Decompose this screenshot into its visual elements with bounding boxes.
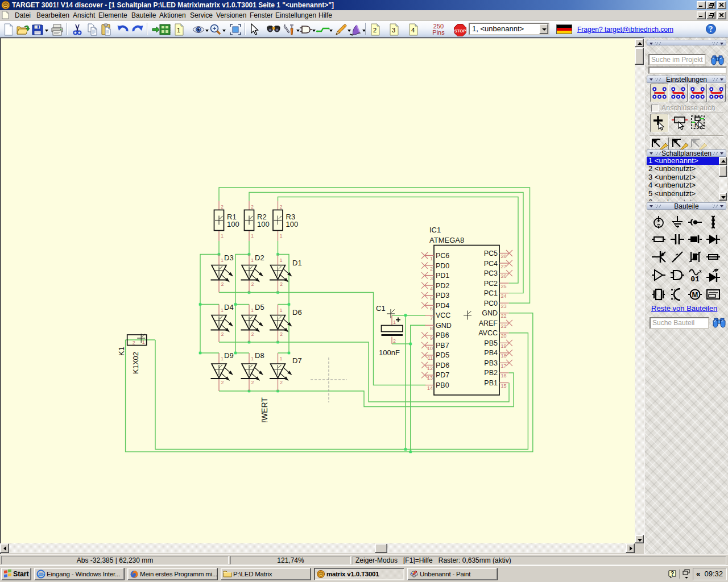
part-transformer-icon[interactable] xyxy=(706,215,721,230)
menu-elemente[interactable]: Elemente xyxy=(94,10,131,21)
part-ic-socket-icon[interactable] xyxy=(670,287,685,302)
collapse-arrow-icon[interactable] xyxy=(720,43,723,47)
part-signal-01-icon[interactable]: 01 xyxy=(688,268,702,282)
capacitor-plate1[interactable] xyxy=(382,326,403,332)
start-button[interactable]: Start xyxy=(1,568,31,580)
part-ground-icon[interactable] xyxy=(670,215,685,230)
wire[interactable] xyxy=(235,255,249,354)
vscroll-down-button[interactable] xyxy=(635,535,644,543)
toolbar-green-wire-button[interactable] xyxy=(315,23,329,36)
vertical-scrollbar[interactable] xyxy=(635,39,644,543)
routing-mode-3-button[interactable] xyxy=(688,84,707,102)
settings-panel-header[interactable]: Einstellungen xyxy=(647,76,726,83)
toolbar-page-4-button[interactable]: 4 xyxy=(407,23,420,36)
toolbar-cut-button[interactable] xyxy=(71,23,84,36)
page-list-item[interactable]: 4 <unbenutzt> xyxy=(647,181,719,190)
hscroll-thumb[interactable] xyxy=(375,543,387,553)
zoom-arrow-pencil-button[interactable] xyxy=(650,137,669,149)
toolbar-new-file-button[interactable] xyxy=(2,23,15,36)
page-list-item[interactable]: 5 <unbenutzt> xyxy=(647,190,719,198)
toolbar-pencil-button[interactable] xyxy=(333,23,347,36)
toolbar-eye-button[interactable] xyxy=(191,23,205,36)
connect-checkbox[interactable] xyxy=(651,105,659,112)
part-switch-icon[interactable] xyxy=(670,250,685,264)
collapse-arrow-icon[interactable] xyxy=(650,205,653,209)
search-project-input[interactable]: Suche im Projekt xyxy=(648,54,706,65)
select-mode-symbol-button[interactable] xyxy=(671,114,689,132)
toolbar-logic-gate-button[interactable] xyxy=(298,23,312,36)
vscroll-up-button[interactable] xyxy=(635,39,644,47)
pages-scroll-thumb[interactable] xyxy=(719,165,727,177)
vscroll-thumb[interactable] xyxy=(635,48,644,65)
toolbar-redo-button[interactable] xyxy=(130,23,144,36)
mdi-close-button[interactable] xyxy=(717,11,726,19)
select-mode-group-button[interactable]: K xyxy=(689,114,708,132)
close-button[interactable] xyxy=(717,1,726,9)
help-icon[interactable]: ? xyxy=(706,24,716,36)
combo-dropdown-button[interactable] xyxy=(539,24,548,34)
menu-versionen[interactable]: Versionen xyxy=(212,10,250,21)
toolbar-save-button[interactable] xyxy=(31,23,44,36)
wire[interactable] xyxy=(278,197,519,284)
support-mail-link[interactable]: Fragen? target@ibfriedrich.com xyxy=(577,26,673,34)
menu-datei[interactable]: Datei xyxy=(11,10,35,21)
taskbar-task-folder[interactable]: P:\LED Matrix xyxy=(221,568,311,580)
search-result-field[interactable] xyxy=(648,66,727,74)
routing-mode-2-button[interactable] xyxy=(669,84,688,102)
toolbar-print-button[interactable] xyxy=(50,23,64,36)
toolbar-open-folder-button[interactable] xyxy=(16,23,30,36)
wire[interactable] xyxy=(249,193,523,293)
tray-collapse-icon[interactable]: « xyxy=(696,568,700,580)
menu-einstellungen[interactable]: Einstellungen xyxy=(271,10,320,21)
part-buffer-icon[interactable] xyxy=(651,268,666,282)
toolbar-page-3-button[interactable]: 3 xyxy=(387,23,401,36)
part-fuse-icon[interactable] xyxy=(706,250,721,264)
toolbar-green-wire-dropdown[interactable] xyxy=(329,30,333,34)
part-motor-icon[interactable]: M xyxy=(688,287,702,302)
toolbar-to-pcb-button[interactable] xyxy=(151,23,165,36)
wire[interactable] xyxy=(126,313,533,452)
part-display-icon[interactable] xyxy=(706,287,721,302)
toolbar-zoom-dropdown[interactable] xyxy=(222,30,226,34)
wire[interactable] xyxy=(200,255,219,354)
taskbar-task-internet-explorer[interactable]: Eingang - Windows Inter... xyxy=(34,568,125,580)
part-plug-icon[interactable] xyxy=(688,215,702,230)
stop-icon[interactable]: STOP xyxy=(453,23,467,39)
part-polarized-capacitor-icon[interactable] xyxy=(688,232,702,247)
restore-button[interactable] xyxy=(706,1,715,9)
menu-hilfe[interactable]: Hilfe xyxy=(315,10,336,21)
toolbar-page-2-button[interactable]: 2 xyxy=(369,23,382,36)
mdi-minimize-button[interactable] xyxy=(697,11,706,19)
toolbar-save-dropdown[interactable] xyxy=(45,30,48,34)
pages-panel-header[interactable]: Schaltplanseiten xyxy=(647,149,726,157)
german-flag-icon[interactable] xyxy=(556,24,572,34)
pages-list-scrollbar[interactable] xyxy=(719,157,727,201)
collapse-arrow-icon[interactable] xyxy=(720,152,723,156)
collapse-arrow-icon[interactable] xyxy=(650,43,653,47)
page-list-item[interactable]: 2 <unbenutzt> xyxy=(647,165,719,173)
toolbar-cursor-button[interactable] xyxy=(247,23,261,36)
part-voltage-source-icon[interactable] xyxy=(651,215,666,230)
collapse-arrow-icon[interactable] xyxy=(650,78,653,82)
toolbar-tools-button[interactable] xyxy=(282,23,296,36)
toolbar-binoculars-button[interactable] xyxy=(266,23,279,36)
taskbar-task-paint[interactable]: Unbenannt - Paint xyxy=(407,568,498,580)
page-selector-combobox[interactable]: 1, <unbenannt> xyxy=(469,23,549,35)
routing-mode-1-button[interactable] xyxy=(650,84,669,102)
toolbar-zoom-button[interactable] xyxy=(208,23,222,36)
page-list-item[interactable]: 6 <unbenutzt> xyxy=(647,198,719,201)
part-and-gate-icon[interactable] xyxy=(670,268,685,282)
toolbar-page-1-button[interactable]: 1 xyxy=(172,23,186,36)
part-resistor-icon[interactable] xyxy=(651,232,666,247)
rest-of-parts-link[interactable]: Reste von Bauteilen xyxy=(651,304,717,313)
part-led-icon[interactable] xyxy=(706,268,721,282)
part-capacitor-icon[interactable] xyxy=(670,232,685,247)
taskbar-task-target-logo[interactable]: matrix v1.0.T3001 xyxy=(314,568,404,580)
arrow-pencil-disabled-button[interactable] xyxy=(689,137,708,149)
mdi-restore-button[interactable] xyxy=(706,11,715,19)
toolbar-copy-button[interactable] xyxy=(86,23,100,36)
part-crystal-icon[interactable] xyxy=(688,250,702,264)
schematic-canvas[interactable]: 21R110021R210021R310012D312D212D112D412D… xyxy=(1,39,635,543)
toolbar-paste-button[interactable] xyxy=(100,23,114,36)
search-part-input[interactable]: Suche Bauteil xyxy=(650,317,709,329)
